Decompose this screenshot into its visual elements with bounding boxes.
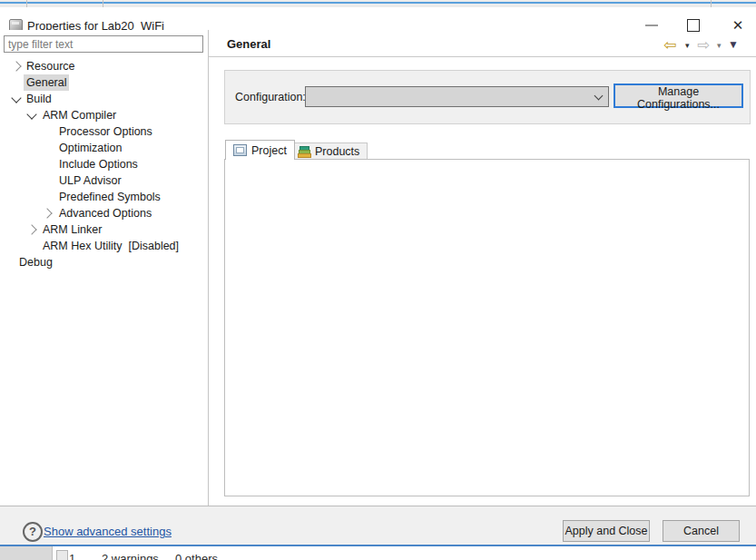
expand-icon[interactable] bbox=[11, 93, 21, 103]
collapse-icon[interactable] bbox=[26, 224, 36, 234]
view-menu-icon[interactable]: ▼ bbox=[728, 38, 739, 51]
products-tab-icon bbox=[298, 146, 310, 157]
configuration-label: Configuration: bbox=[235, 91, 306, 103]
dropdown-caret-icon bbox=[594, 92, 604, 101]
help-icon[interactable]: ? bbox=[23, 522, 43, 542]
tree-item-build[interactable]: Build bbox=[0, 91, 207, 107]
dialog-titlebar[interactable]: Properties for Lab20_WiFi ✕ bbox=[0, 7, 756, 30]
forward-arrow-icon[interactable]: ⇨ bbox=[697, 35, 710, 55]
underlying-window-bottom-strip: 1 2 warnings, 0 others bbox=[0, 545, 756, 560]
filter-input[interactable] bbox=[4, 35, 203, 53]
back-arrow-icon[interactable]: ⇦ bbox=[663, 35, 676, 55]
tab-products[interactable]: Products bbox=[290, 142, 368, 160]
tree-item-arm-hex-utility[interactable]: ARM Hex Utility [Disabled] bbox=[0, 238, 207, 254]
forward-history-caret-icon[interactable]: ▾ bbox=[717, 41, 722, 50]
underlying-tab-divider bbox=[103, 0, 103, 7]
tree-item-resource[interactable]: Resource bbox=[0, 58, 207, 74]
underlying-tab-highlight-line bbox=[0, 2, 756, 4]
underlying-status-fragment: 0 others bbox=[175, 552, 218, 560]
tree-item-debug[interactable]: Debug bbox=[0, 254, 207, 270]
page-title: General bbox=[227, 37, 270, 51]
underlying-tab-divider bbox=[26, 0, 27, 7]
tree-item-include-options[interactable]: Include Options bbox=[0, 156, 207, 172]
underlying-divider-line bbox=[0, 545, 756, 546]
underlying-status-fragment: 1 bbox=[69, 552, 75, 560]
collapse-icon[interactable] bbox=[11, 61, 21, 71]
underlying-gutter bbox=[0, 546, 53, 560]
underlying-status-fragment: 2 warnings, bbox=[102, 552, 162, 560]
tree-item-arm-compiler[interactable]: ARM Compiler bbox=[0, 107, 207, 123]
collapse-icon[interactable] bbox=[42, 208, 52, 218]
maximize-button[interactable] bbox=[687, 19, 700, 32]
manage-configurations-button[interactable]: Manage Configurations... bbox=[614, 84, 743, 108]
configuration-box: Configuration: Debug [ Active ] Manage C… bbox=[224, 70, 751, 124]
show-advanced-settings-link[interactable]: Show advanced settings bbox=[44, 525, 172, 538]
tree-item-optimization[interactable]: Optimization bbox=[0, 140, 207, 156]
tree-item-general[interactable]: General bbox=[0, 74, 207, 91]
cancel-button[interactable]: Cancel bbox=[663, 520, 740, 542]
tree-item-advanced-options[interactable]: Advanced Options bbox=[0, 205, 207, 221]
close-button[interactable]: ✕ bbox=[729, 15, 747, 35]
selected-tree-item: General bbox=[24, 74, 69, 91]
properties-sidebar: Resource General Build ARM Compiler Proc… bbox=[0, 30, 208, 506]
dialog-footer: ? Show advanced settings Apply and Close… bbox=[0, 506, 756, 545]
header-separator bbox=[209, 56, 756, 57]
project-tab-icon bbox=[233, 144, 247, 156]
minimize-button[interactable] bbox=[645, 25, 658, 26]
tab-project[interactable]: Project bbox=[225, 140, 295, 160]
properties-dialog: { "titlebar": { "title": "Properties for… bbox=[0, 0, 756, 560]
underlying-tab-divider bbox=[711, 0, 712, 7]
expand-icon[interactable] bbox=[26, 109, 36, 119]
tree-item-predefined-symbols[interactable]: Predefined Symbols bbox=[0, 189, 207, 205]
tree-item-processor-options[interactable]: Processor Options bbox=[0, 123, 207, 140]
tree-item-arm-linker[interactable]: ARM Linker bbox=[0, 221, 207, 238]
apply-and-close-button[interactable]: Apply and Close bbox=[563, 520, 650, 542]
tree-item-ulp-advisor[interactable]: ULP Advisor bbox=[0, 172, 207, 189]
back-history-caret-icon[interactable]: ▾ bbox=[685, 41, 690, 50]
project-tab-panel bbox=[224, 159, 750, 496]
configuration-select[interactable]: Debug [ Active ] bbox=[305, 86, 609, 107]
underlying-view-icon bbox=[56, 550, 68, 560]
panel-divider bbox=[208, 30, 209, 506]
